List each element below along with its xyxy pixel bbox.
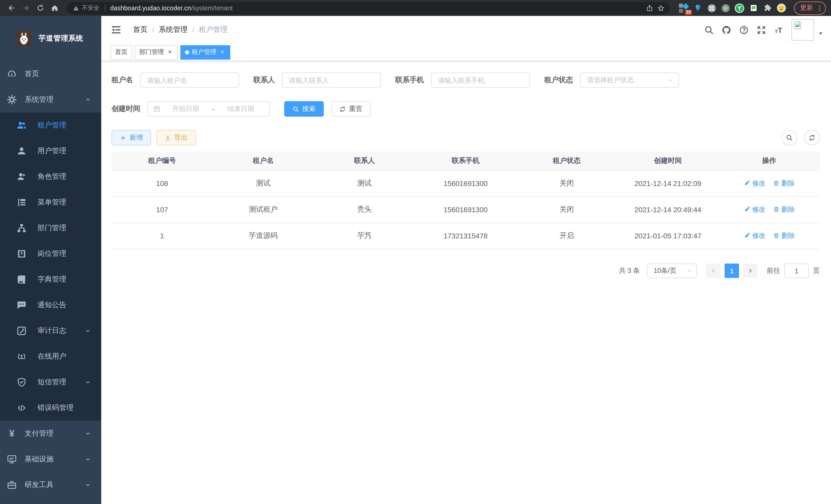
user-avatar[interactable] <box>792 19 814 40</box>
avatar-caret-icon[interactable] <box>818 30 824 36</box>
extension-balloon-button[interactable] <box>693 3 703 13</box>
users-icon <box>17 120 27 130</box>
browser-reload-button[interactable] <box>34 2 46 14</box>
date-range-picker[interactable]: 开始日期 - 结束日期 <box>147 101 270 117</box>
sidebar-item-label: 岗位管理 <box>37 249 66 259</box>
sidebar-item-infrastructure[interactable]: 基础设施 <box>0 446 101 472</box>
breadcrumb-item[interactable]: 首页 <box>133 25 147 34</box>
reset-button[interactable]: 重置 <box>331 101 371 117</box>
tab-home[interactable]: 首页 <box>111 45 132 59</box>
squares-icon <box>679 3 683 7</box>
cell-contact: 芋艿 <box>314 223 415 249</box>
browser-update-menu-button[interactable]: 更新 <box>794 1 826 14</box>
code-icon <box>17 403 27 413</box>
sidebar-item-dept-management[interactable]: 部门管理 <box>0 215 101 241</box>
chevron-left-icon <box>710 268 716 274</box>
create-time-label: 创建时间 <box>112 104 140 114</box>
fullscreen-icon <box>756 25 766 35</box>
home-icon <box>51 4 58 12</box>
toggle-search-button[interactable] <box>782 130 797 145</box>
extension-chat-button[interactable] <box>748 3 758 13</box>
bookmark-button[interactable] <box>655 2 666 13</box>
sidebar-item-online-user[interactable]: 在线用户 <box>0 344 101 369</box>
sidebar-item-label: 基础设施 <box>25 455 53 464</box>
extension-command-button[interactable] <box>707 3 717 13</box>
cell-contact: 测试 <box>314 170 415 197</box>
edit-link[interactable]: 修改 <box>743 179 766 188</box>
export-button[interactable]: 导出 <box>156 130 196 145</box>
mobile-input[interactable] <box>431 72 530 88</box>
sidebar-item-user-management[interactable]: 用户管理 <box>0 138 101 164</box>
tags-view-bar: 首页部门管理×租户管理× <box>101 44 831 61</box>
security-chip[interactable]: 不安全 <box>73 4 99 12</box>
goto-page-input[interactable] <box>784 264 809 278</box>
cell-created: 2021-01-05 17:03:47 <box>617 223 718 249</box>
address-bar[interactable]: 不安全 dashboard.yudao.iocoder.cn/system/te… <box>67 2 670 14</box>
extension-record-button[interactable] <box>720 3 731 13</box>
delete-link[interactable]: 删除 <box>773 231 795 240</box>
menu-tree-icon <box>17 197 27 208</box>
pagination-total: 共 3 条 <box>619 266 640 275</box>
filter-mobile: 联系手机 <box>395 72 530 88</box>
sidebar-item-post-management[interactable]: 岗位管理 <box>0 241 101 267</box>
breadcrumb-item: 租户管理 <box>199 25 228 34</box>
current-page-button[interactable]: 1 <box>725 264 739 278</box>
breadcrumb-item[interactable]: 系统管理 <box>159 25 188 34</box>
sidebar-menu: 首页系统管理租户管理用户管理角色管理菜单管理部门管理岗位管理字典管理通知公告审计… <box>0 61 101 504</box>
sidebar-item-home[interactable]: 首页 <box>0 61 101 87</box>
sidebar-collapse-button[interactable] <box>111 24 122 35</box>
browser-back-button[interactable] <box>5 2 18 14</box>
tenant-name-input[interactable] <box>140 72 239 88</box>
edit-link[interactable]: 修改 <box>743 231 766 240</box>
filter-contact: 联系人 <box>253 72 381 88</box>
sidebar-item-dev-tools[interactable]: 研发工具 <box>0 472 101 498</box>
sidebar-item-label: 用户管理 <box>37 146 66 156</box>
close-icon[interactable]: × <box>167 49 173 56</box>
sidebar-item-menu-management[interactable]: 菜单管理 <box>0 189 101 215</box>
profile-avatar-button[interactable] <box>776 3 786 13</box>
browser-forward-button[interactable] <box>20 2 32 14</box>
extension-y-button[interactable] <box>735 3 745 13</box>
sidebar-item-dict-management[interactable]: 字典管理 <box>0 267 101 292</box>
sidebar-item-tenant-management[interactable]: 租户管理 <box>0 113 101 138</box>
add-button[interactable]: 新增 <box>112 130 151 145</box>
edit-link[interactable]: 修改 <box>743 205 766 214</box>
status-select[interactable]: 请选择租户状态 <box>580 72 679 88</box>
extension-badge: 10 <box>685 9 692 14</box>
font-size-button[interactable]: тT <box>770 20 787 40</box>
next-page-button[interactable] <box>743 264 757 278</box>
tab-tenant-management[interactable]: 租户管理× <box>180 45 230 59</box>
sidebar-item-system-management[interactable]: 系统管理 <box>0 87 101 113</box>
refresh-icon <box>808 134 815 141</box>
sidebar-item-role-management[interactable]: 角色管理 <box>0 164 101 189</box>
browser-home-button[interactable] <box>48 2 61 14</box>
share-button[interactable] <box>644 2 655 13</box>
sidebar-item-sms-management[interactable]: 短信管理 <box>0 369 101 395</box>
header-search-button[interactable] <box>700 20 717 40</box>
extensions-menu-button[interactable] <box>762 3 772 13</box>
help-button[interactable] <box>735 20 752 40</box>
refresh-icon <box>339 106 346 112</box>
table-row: 108测试测试15601691300关闭2021-12-14 21:02:09修… <box>112 170 820 197</box>
fullscreen-button[interactable] <box>752 20 770 40</box>
plus-icon <box>120 135 126 141</box>
close-icon[interactable]: × <box>219 49 226 56</box>
refresh-table-button[interactable] <box>804 130 820 145</box>
cell-status: 关闭 <box>516 197 618 223</box>
extension-blocker-button[interactable]: 10 <box>679 3 689 13</box>
contact-input[interactable] <box>282 72 381 88</box>
toolbox-icon <box>7 480 17 490</box>
sidebar-item-error-code[interactable]: 错误码管理 <box>0 395 101 421</box>
search-button[interactable]: 搜索 <box>284 101 324 117</box>
tab-dept-management[interactable]: 部门管理× <box>135 45 178 59</box>
delete-link[interactable]: 删除 <box>773 179 795 188</box>
sidebar-item-pay-management[interactable]: ¥支付管理 <box>0 421 101 446</box>
sidebar-item-audit-log[interactable]: 审计日志 <box>0 318 101 344</box>
github-button[interactable] <box>717 20 735 40</box>
sidebar-item-notice[interactable]: 通知公告 <box>0 292 101 318</box>
prev-page-button[interactable] <box>706 264 720 278</box>
cell-name: 芋道源码 <box>213 223 314 249</box>
app-logo-row[interactable]: 芋道管理系统 <box>0 16 101 61</box>
page-size-select[interactable]: 10条/页 <box>647 264 697 278</box>
delete-link[interactable]: 删除 <box>773 205 795 214</box>
